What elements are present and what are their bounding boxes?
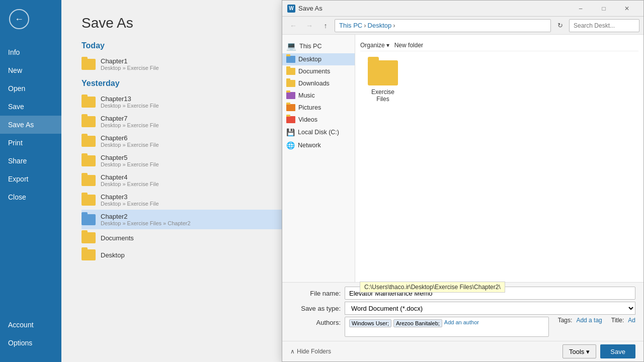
downloads-folder-icon <box>286 80 295 87</box>
nav-item-music-label: Music <box>298 92 315 99</box>
minimize-button[interactable]: – <box>569 1 592 17</box>
nav-item-network[interactable]: 🌐 Network <box>282 139 355 152</box>
desktop-folder-icon <box>286 56 295 63</box>
nav-item-desktop[interactable]: Desktop <box>282 53 355 65</box>
new-folder-button[interactable]: New folder <box>394 42 423 49</box>
network-icon: 🌐 <box>286 141 295 149</box>
nav-item-pictures-label: Pictures <box>298 104 321 111</box>
file-item-label: Exercise Files <box>364 88 401 103</box>
add-tag-button[interactable]: Add a tag <box>576 317 602 324</box>
dialog-body: 💻 This PC Desktop Documents Downloads <box>282 35 643 282</box>
chevron-up-icon: ∧ <box>290 348 295 355</box>
path-tooltip: C:\Users\thaco.ir\Desktop\Exercise Files… <box>360 282 505 293</box>
nav-item-documents[interactable]: Documents <box>282 65 355 77</box>
word-icon: W <box>287 5 295 13</box>
dialog-titlebar: W Save As – □ ✕ <box>282 1 643 17</box>
tags-section: Tags: Add a tag <box>558 317 602 324</box>
dialog-toolbar: ← → ↑ This PC › Desktop › ↻ <box>282 17 643 35</box>
up-nav-button[interactable]: ↑ <box>318 19 333 33</box>
nav-item-local-disk-label: Local Disk (C:) <box>298 129 339 136</box>
add-title-button[interactable]: Ad <box>628 317 635 324</box>
nav-item-network-label: Network <box>298 142 321 149</box>
dialog-title-left: W Save As <box>287 5 323 13</box>
filename-label: File name: <box>290 290 341 297</box>
title-label: Title: <box>611 317 624 324</box>
breadcrumb-end-sep: › <box>393 22 395 29</box>
documents-folder-icon <box>286 68 295 75</box>
nav-item-this-pc[interactable]: 💻 This PC <box>282 39 355 53</box>
nav-item-downloads[interactable]: Downloads <box>282 77 355 89</box>
nav-item-pictures[interactable]: Pictures <box>282 102 355 114</box>
tools-button[interactable]: Tools ▾ <box>562 344 596 358</box>
videos-folder-icon <box>286 116 295 123</box>
pictures-folder-icon <box>286 104 295 111</box>
savetype-label: Save as type: <box>290 305 341 312</box>
pc-icon: 💻 <box>286 41 296 51</box>
organize-chevron-icon: ▾ <box>386 42 389 49</box>
hide-folders-label: Hide Folders <box>297 348 331 355</box>
title-section: Title: Ad <box>611 317 635 324</box>
search-input[interactable] <box>569 19 639 32</box>
music-folder-icon <box>286 92 295 99</box>
dialog-bottom: File name: Save as type: Word Document (… <box>282 282 643 361</box>
breadcrumb-desktop[interactable]: Desktop <box>368 22 392 29</box>
tools-label: Tools <box>569 348 584 355</box>
footer-right: Tools ▾ Save <box>562 344 635 358</box>
dialog-files-area: Organize ▾ New folder Exercise Files <box>355 35 643 282</box>
dialog-title-text: Save As <box>298 5 323 12</box>
add-author-button[interactable]: Add an author <box>444 319 479 325</box>
big-folder-icon <box>368 60 398 85</box>
file-grid: Exercise Files <box>360 56 638 107</box>
save-button[interactable]: Save <box>600 344 635 358</box>
word-icon-letter: W <box>289 6 293 11</box>
breadcrumb-separator: › <box>364 22 366 29</box>
dialog-footer: ∧ Hide Folders Tools ▾ Save <box>282 341 643 361</box>
file-item-exercise-files[interactable]: Exercise Files <box>360 56 406 107</box>
forward-nav-button[interactable]: → <box>302 19 316 33</box>
files-toolbar: Organize ▾ New folder <box>360 40 638 51</box>
authors-row: Authors: Windows User; Arezoo Banitaleb;… <box>290 317 635 337</box>
dialog-overlay: W Save As – □ ✕ ← → ↑ This PC › Desktop … <box>0 0 644 362</box>
nav-item-desktop-label: Desktop <box>298 56 321 63</box>
refresh-button[interactable]: ↻ <box>553 19 567 33</box>
author-tag-arezoo: Arezoo Banitaleb; <box>393 319 442 327</box>
nav-item-music[interactable]: Music <box>282 89 355 102</box>
breadcrumb-bar[interactable]: This PC › Desktop › <box>335 19 551 32</box>
authors-field[interactable]: Windows User; Arezoo Banitaleb; Add an a… <box>345 317 549 337</box>
save-as-dialog: W Save As – □ ✕ ← → ↑ This PC › Desktop … <box>282 0 644 362</box>
authors-label: Authors: <box>290 317 341 326</box>
organize-button[interactable]: Organize ▾ <box>360 42 389 49</box>
dialog-controls: – □ ✕ <box>569 1 638 17</box>
nav-item-downloads-label: Downloads <box>298 80 330 87</box>
nav-item-this-pc-label: This PC <box>299 43 321 50</box>
nav-item-videos-label: Videos <box>298 116 317 123</box>
nav-item-documents-label: Documents <box>298 68 330 75</box>
savetype-select[interactable]: Word Document (*.docx) <box>345 302 635 315</box>
back-nav-button[interactable]: ← <box>286 19 300 33</box>
nav-item-local-disk[interactable]: 💾 Local Disk (C:) <box>282 126 355 139</box>
organize-label: Organize <box>360 42 385 49</box>
maximize-button[interactable]: □ <box>592 1 615 17</box>
breadcrumb-this-pc[interactable]: This PC <box>339 22 362 29</box>
savetype-row: Save as type: Word Document (*.docx) <box>290 302 635 315</box>
tags-label: Tags: <box>558 317 573 324</box>
drive-icon: 💾 <box>286 128 295 136</box>
hide-folders-button[interactable]: ∧ Hide Folders <box>290 348 331 355</box>
tools-chevron-icon: ▾ <box>586 348 590 355</box>
close-button[interactable]: ✕ <box>615 1 638 17</box>
author-tag-windows: Windows User; <box>349 319 391 327</box>
dialog-nav-panel: 💻 This PC Desktop Documents Downloads <box>282 35 355 282</box>
nav-item-videos[interactable]: Videos <box>282 114 355 126</box>
